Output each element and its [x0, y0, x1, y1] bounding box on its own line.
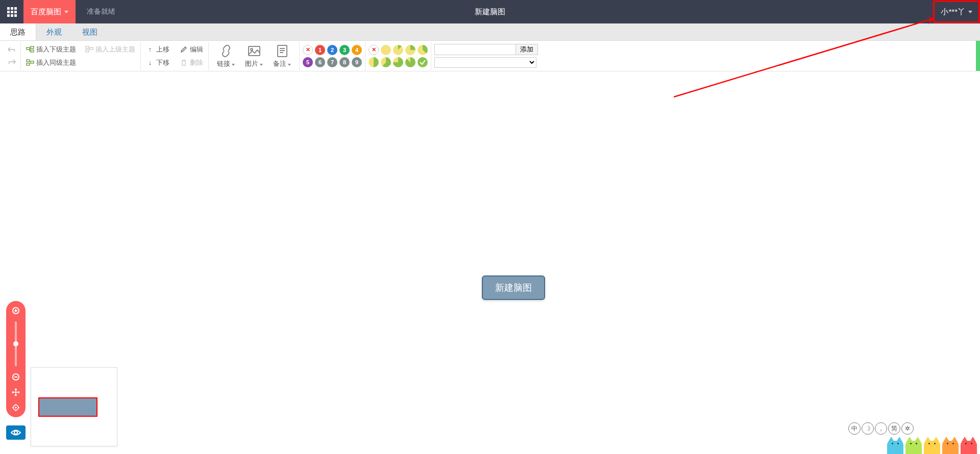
- svg-rect-0: [27, 47, 30, 49]
- minimap-viewport[interactable]: [38, 397, 97, 417]
- svg-point-10: [251, 48, 253, 51]
- header-bar: 百度脑图 准备就绪 新建脑图 小***丫: [0, 0, 980, 23]
- svg-rect-7: [27, 63, 30, 65]
- tag-group: 添加: [431, 42, 541, 70]
- ime-badge-2: ，: [875, 422, 887, 435]
- status-text: 准备就绪: [87, 7, 115, 16]
- main-tabs: 思路 外观 视图: [0, 23, 980, 41]
- svg-rect-5: [86, 50, 89, 52]
- chevron-down-icon: [232, 64, 235, 66]
- root-node[interactable]: 新建脑图: [482, 275, 545, 300]
- priority-group: ✕1234 56789: [300, 42, 365, 70]
- insert-child-button[interactable]: 插入下级主题: [24, 44, 78, 55]
- pencil-icon: [180, 45, 188, 54]
- priority-9[interactable]: 9: [352, 57, 362, 67]
- cat-4: [960, 435, 978, 454]
- arrange-group: ↑ 上移 编辑 ↓ 下移 删除: [141, 42, 209, 70]
- svg-point-16: [14, 431, 17, 434]
- progress-clear[interactable]: ✕: [369, 45, 379, 55]
- move-up-button[interactable]: ↑ 上移: [144, 44, 172, 55]
- brand-menu[interactable]: 百度脑图: [23, 0, 76, 23]
- note-button[interactable]: 备注: [268, 42, 296, 70]
- progress-100[interactable]: [418, 57, 428, 67]
- priority-5[interactable]: 5: [303, 57, 313, 67]
- trash-icon: [180, 59, 188, 67]
- child-node-icon: [26, 45, 34, 54]
- parent-node-icon: [85, 45, 93, 54]
- ime-badge-4: ✲: [901, 422, 914, 435]
- user-menu[interactable]: 小***丫: [933, 1, 980, 23]
- note-icon: [275, 44, 289, 58]
- cat-mascots: [886, 435, 978, 454]
- priority-2[interactable]: 2: [327, 45, 337, 55]
- tab-shitu[interactable]: 视图: [72, 23, 108, 40]
- undo-button[interactable]: [7, 45, 16, 55]
- progress-25[interactable]: [405, 45, 415, 55]
- svg-rect-6: [27, 60, 30, 62]
- zoom-in-button[interactable]: [9, 304, 22, 317]
- apps-grid-icon: [7, 7, 17, 17]
- ime-badge-3: 简: [888, 422, 900, 435]
- progress-group: ✕: [365, 42, 431, 70]
- arrow-down-icon: ↓: [146, 59, 154, 67]
- cat-0: [886, 435, 904, 454]
- priority-6[interactable]: 6: [315, 57, 325, 67]
- arrow-up-icon: ↑: [146, 45, 154, 54]
- edit-button[interactable]: 编辑: [178, 44, 205, 55]
- apps-button[interactable]: [0, 0, 23, 23]
- svg-rect-8: [31, 61, 34, 63]
- chevron-down-icon: [968, 11, 972, 13]
- mindmap-canvas[interactable]: 新建脑图: [0, 71, 980, 454]
- zoom-out-button[interactable]: [9, 370, 22, 384]
- chevron-down-icon: [64, 11, 68, 13]
- progress-12[interactable]: [393, 45, 403, 55]
- history-group: [3, 42, 21, 70]
- minimap[interactable]: [31, 367, 117, 446]
- zoom-thumb[interactable]: [13, 341, 18, 346]
- ime-badge-1: ☽: [862, 422, 874, 435]
- progress-87[interactable]: [405, 57, 415, 67]
- tab-waiguan[interactable]: 外观: [36, 23, 72, 40]
- priority-3[interactable]: 3: [339, 45, 350, 55]
- zoom-control: [6, 301, 26, 417]
- toolbar: 插入下级主题 插入上级主题 插入同级主题 ↑ 上移: [0, 41, 980, 71]
- priority-1[interactable]: 1: [315, 45, 325, 55]
- eye-icon: [11, 429, 21, 436]
- minimap-toggle[interactable]: [6, 425, 26, 440]
- svg-rect-4: [86, 46, 89, 48]
- svg-rect-1: [31, 46, 34, 48]
- priority-clear[interactable]: ✕: [303, 45, 313, 55]
- image-icon: [247, 44, 261, 58]
- link-button[interactable]: 链接: [212, 42, 240, 70]
- priority-7[interactable]: 7: [327, 57, 337, 67]
- pan-button[interactable]: [9, 386, 22, 399]
- insert-sibling-button[interactable]: 插入同级主题: [24, 57, 137, 68]
- delete-button[interactable]: 删除: [178, 57, 205, 68]
- priority-8[interactable]: 8: [339, 57, 350, 67]
- image-button[interactable]: 图片: [240, 42, 268, 70]
- chevron-down-icon: [288, 64, 291, 66]
- tag-input[interactable]: [434, 44, 516, 55]
- document-title: 新建脑图: [475, 7, 505, 17]
- panel-handle[interactable]: [976, 41, 980, 71]
- progress-0[interactable]: [381, 45, 391, 55]
- tag-select[interactable]: [434, 57, 536, 68]
- progress-75[interactable]: [393, 57, 403, 67]
- link-icon: [219, 44, 233, 58]
- insert-parent-button[interactable]: 插入上级主题: [83, 44, 137, 55]
- cat-3: [941, 435, 960, 454]
- zoom-slider[interactable]: [15, 321, 17, 366]
- progress-50[interactable]: [369, 57, 379, 67]
- tab-silu[interactable]: 思路: [0, 23, 36, 40]
- locate-button[interactable]: [9, 401, 22, 414]
- progress-62[interactable]: [381, 57, 391, 67]
- progress-37[interactable]: [418, 45, 428, 55]
- redo-button[interactable]: [7, 58, 16, 67]
- cat-2: [923, 435, 941, 454]
- move-down-button[interactable]: ↓ 下移: [144, 57, 172, 68]
- svg-rect-3: [90, 47, 93, 49]
- svg-rect-2: [31, 50, 34, 52]
- tag-add-button[interactable]: 添加: [516, 44, 538, 55]
- priority-4[interactable]: 4: [352, 45, 362, 55]
- sibling-node-icon: [26, 59, 34, 67]
